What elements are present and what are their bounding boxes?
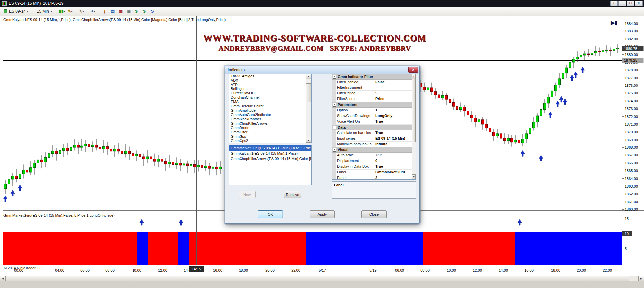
property-row[interactable]: Voice Alert OnTrue xyxy=(332,119,416,125)
link-button[interactable]: L xyxy=(610,1,618,6)
collapse-icon[interactable]: − xyxy=(333,148,336,152)
scrollbar-thumb[interactable] xyxy=(306,83,311,102)
property-row[interactable]: Input seriesES 09-14 (15 Min) xyxy=(332,136,416,142)
new-button[interactable]: New xyxy=(239,191,256,198)
scroll-up-icon[interactable]: ▲ xyxy=(412,74,416,79)
property-row[interactable]: Maximum bars look bInfinite xyxy=(332,142,416,147)
available-indicator-item[interactable]: GmmGps2 xyxy=(229,139,306,143)
scroll-left-icon[interactable]: ◀ xyxy=(0,276,6,281)
property-value[interactable]: GmmMarketGuru xyxy=(374,170,416,175)
ok-button[interactable]: OK xyxy=(258,210,283,218)
scrollbar-thumb[interactable] xyxy=(6,276,629,281)
property-row[interactable]: LabelGmmMarketGuru xyxy=(332,170,416,175)
indicators-dialog-titlebar[interactable]: Indicators × xyxy=(225,66,419,74)
interval-selector[interactable]: 15 Min ▾ xyxy=(35,8,54,14)
available-indicator-item[interactable]: GmmAutoGuru2Indicator xyxy=(229,113,306,117)
scroll-down-icon[interactable]: ▼ xyxy=(306,138,311,143)
property-grid-section[interactable]: −Data xyxy=(332,125,416,130)
strategy-button[interactable]: S xyxy=(149,8,156,15)
chart-style-button[interactable]: ▮▮▾ xyxy=(58,8,66,15)
chart-trader-button[interactable]: ▦ xyxy=(117,8,124,15)
dialog-close-button[interactable]: × xyxy=(408,67,418,73)
property-value[interactable]: True xyxy=(374,130,416,136)
selected-indicators-list[interactable]: GmmMarketGuru(ES 09-14 (15 Min),False,,5… xyxy=(229,145,312,185)
crosshair-button[interactable]: +▾ xyxy=(89,8,97,15)
property-row[interactable]: FilterInstrument xyxy=(332,85,416,91)
property-row[interactable]: Auto scaleTrue xyxy=(332,153,416,158)
property-row[interactable]: Calculate on bar closTrue xyxy=(332,130,416,136)
property-value[interactable] xyxy=(374,85,416,90)
property-row[interactable]: FilterPeriod5 xyxy=(332,91,416,96)
available-indicator-item[interactable]: ADX xyxy=(229,78,306,83)
apply-button[interactable]: Apply xyxy=(310,210,335,218)
scroll-up-icon[interactable]: ▲ xyxy=(306,74,311,79)
available-indicator-item[interactable]: GmmFilter xyxy=(229,130,306,134)
available-indicator-item[interactable]: ATR xyxy=(229,83,306,87)
available-indicator-item[interactable]: GmmDrone xyxy=(229,126,306,130)
property-row[interactable]: Option1 xyxy=(332,108,416,113)
available-indicator-item[interactable]: DonchianChannel xyxy=(229,95,306,100)
collapse-icon[interactable]: − xyxy=(333,103,336,107)
available-indicator-item[interactable]: CurrentDayOHL xyxy=(229,91,306,95)
minimize-button[interactable]: — xyxy=(618,1,626,6)
property-value[interactable]: True xyxy=(374,119,416,124)
indicator-property-grid[interactable]: −Gmm Indicator FilterFilterEnabledFalseF… xyxy=(332,74,416,180)
property-value[interactable]: True xyxy=(374,153,416,158)
available-list-scrollbar[interactable]: ▲ ▼ xyxy=(306,74,311,143)
data-box-button[interactable]: ▤ xyxy=(109,8,116,15)
scroll-right-icon[interactable]: ▶ xyxy=(638,276,644,281)
property-row[interactable]: Display in Data BoxTrue xyxy=(332,164,416,170)
available-indicator-item[interactable]: GmmChopKillerArrows xyxy=(229,121,306,126)
horizontal-scrollbar[interactable]: ◀ ▶ xyxy=(0,276,644,281)
instrument-selector[interactable]: ES 09-14 ▾ xyxy=(2,8,31,14)
remove-button[interactable]: Remove xyxy=(284,191,301,198)
property-value[interactable]: 0 xyxy=(374,158,416,164)
property-value[interactable]: Infinite xyxy=(374,142,416,147)
cursor-button[interactable]: ↖▾ xyxy=(78,8,85,15)
drawing-tools-button[interactable]: ✎▾ xyxy=(66,8,74,15)
property-grid-section[interactable]: −Gmm Indicator Filter xyxy=(332,74,416,80)
property-grid-section[interactable]: −Visual xyxy=(332,147,416,153)
account-performance-button[interactable]: $ xyxy=(141,8,148,15)
available-indicator-item[interactable]: EMA xyxy=(229,100,306,104)
indicators-button[interactable]: ƒ xyxy=(101,8,108,15)
collapse-icon[interactable]: − xyxy=(333,75,336,79)
go-to-last-bar-icon[interactable]: ▶▮ xyxy=(611,19,617,26)
property-value[interactable]: 1 xyxy=(374,108,416,113)
property-value[interactable]: Price xyxy=(374,96,416,102)
selected-indicator-item[interactable]: GmmChopKillerArrows(ES 09-14 (15 Min),Co… xyxy=(229,156,311,161)
available-indicator-item[interactable]: GmmBlackPanther xyxy=(229,117,306,121)
window-titlebar[interactable]: ES 09-14 (15 Min) 2014-05-19 L — ▢ × xyxy=(0,0,644,7)
scroll-down-icon[interactable]: ▼ xyxy=(412,174,416,179)
snapshot-button[interactable]: ▣ xyxy=(125,8,132,15)
property-value[interactable]: False xyxy=(374,80,416,85)
close-button[interactable]: × xyxy=(635,1,643,6)
window-frame-bottom xyxy=(0,281,644,288)
property-value[interactable]: True xyxy=(374,164,416,169)
property-row[interactable]: Panel2 xyxy=(332,175,416,180)
property-grid-scrollbar[interactable]: ▲ ▼ xyxy=(412,74,416,179)
property-row[interactable]: Displacement0 xyxy=(332,158,416,164)
available-indicator-item[interactable]: Bollinger xyxy=(229,87,306,91)
collapse-icon[interactable]: − xyxy=(333,126,336,129)
property-row[interactable]: FilterEnabledFalse xyxy=(332,80,416,85)
available-indicator-item[interactable]: Gmm Hercule Poirot xyxy=(229,104,306,108)
selected-indicator-item[interactable]: GmmMarketGuru(ES 09-14 (15 Min),False,,5… xyxy=(229,145,311,151)
close-dialog-button[interactable]: Close xyxy=(361,210,387,218)
available-indicators-list[interactable]: Thr33_AmigosADXATRBollingerCurrentDayOHL… xyxy=(229,74,312,143)
available-indicator-item[interactable]: GmmGps xyxy=(229,134,306,139)
property-value[interactable]: LongOnly xyxy=(374,113,416,119)
maximize-button[interactable]: ▢ xyxy=(627,1,634,6)
property-grid-section[interactable]: −Parameters xyxy=(332,102,416,108)
property-row[interactable]: FilterSourcePrice xyxy=(332,96,416,102)
scrollbar-thumb[interactable] xyxy=(412,79,416,142)
property-row[interactable]: ShowChartDrawingsLongOnly xyxy=(332,113,416,119)
available-indicator-item[interactable]: Thr33_Amigos xyxy=(229,74,306,78)
property-value[interactable]: 5 xyxy=(374,91,416,96)
market-watch-button[interactable]: $ xyxy=(133,8,140,15)
svg-text:1870.00: 1870.00 xyxy=(625,130,638,134)
property-value[interactable]: 2 xyxy=(374,175,416,180)
property-value[interactable]: ES 09-14 (15 Min) xyxy=(374,136,416,141)
available-indicator-item[interactable]: GmmAmplitude xyxy=(229,108,306,113)
selected-indicator-item[interactable]: GmmKalyani1(ES 09-14 (15 Min),1,Price) xyxy=(229,151,311,156)
